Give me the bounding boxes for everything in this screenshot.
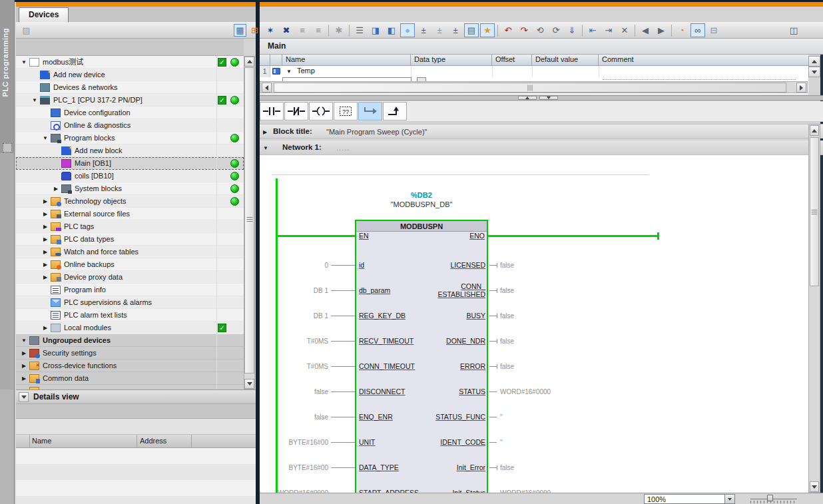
insert-network-icon[interactable]: ✶ xyxy=(263,23,278,37)
output-pin-init-error[interactable]: Init_Error xyxy=(393,463,485,471)
expand-icon[interactable]: ▶ xyxy=(41,195,49,208)
expand-icon[interactable]: ▶ xyxy=(41,246,49,258)
output-actual-value[interactable]: false xyxy=(500,287,514,294)
call-structure-icon[interactable]: ◔ xyxy=(675,23,689,37)
expand-icon[interactable]: ▶ xyxy=(20,372,28,385)
en-pin[interactable]: EN xyxy=(359,232,369,240)
editor-scroll-thumb[interactable] xyxy=(810,137,819,286)
input-actual-value[interactable]: BYTE#16#00 xyxy=(260,464,328,471)
tree-item-plc-1-cpu-317-2-pn-dp[interactable]: ▼PLC_1 [CPU 317-2 PN/DP]✓ xyxy=(16,94,244,107)
tree-item-plc-data-types[interactable]: ▶PLC data types xyxy=(16,233,244,246)
expand-icon[interactable]: ▶ xyxy=(20,360,28,372)
normally-open-contact-button[interactable] xyxy=(260,102,284,121)
tree-item-coils-db10[interactable]: coils [DB10] xyxy=(16,170,244,182)
monitoring-icon[interactable]: ∞ xyxy=(690,23,705,37)
tree-item-ungrouped-devices[interactable]: ▼Ungrouped devices xyxy=(16,334,244,347)
output-pin-licensed[interactable]: LICENSED xyxy=(393,261,485,269)
table-editor-splitter[interactable] xyxy=(260,95,823,101)
collapse-icon[interactable]: ▼ xyxy=(20,334,28,347)
tree-item-security-settings[interactable]: ▶Security settings xyxy=(16,347,244,360)
tree-item-watch-and-force-tables[interactable]: ▶Watch and force tables xyxy=(16,246,244,258)
delete-network-icon[interactable]: ✖ xyxy=(279,23,294,37)
col-data-type[interactable]: Data type xyxy=(411,55,492,66)
output-pin-busy[interactable]: BUSY xyxy=(393,312,485,320)
insert-row-icon[interactable]: ≡ xyxy=(295,23,310,37)
network-collapse-icon[interactable]: ▼ xyxy=(263,145,268,151)
data-lock-icon[interactable]: ⊟ xyxy=(706,23,721,37)
input-actual-value[interactable]: BYTE#16#00 xyxy=(260,439,328,446)
normally-closed-contact-button[interactable] xyxy=(284,102,308,121)
nav-forward-icon[interactable]: ▶ xyxy=(654,23,669,37)
cross-ref-icon[interactable]: ✕ xyxy=(617,23,632,37)
tree-scroll-down-button[interactable] xyxy=(244,379,254,389)
operand-menu-3-icon[interactable]: ± xyxy=(448,23,463,37)
col-name[interactable]: Name xyxy=(282,55,411,66)
splitter-collapse-up-button[interactable] xyxy=(518,96,537,100)
expand-icon[interactable]: ▶ xyxy=(41,258,49,271)
tree-item-add-new-block[interactable]: Add new block xyxy=(16,144,244,157)
open-branch-button[interactable] xyxy=(358,102,382,121)
download-icon[interactable]: ⇓ xyxy=(565,23,579,37)
zoom-slider-thumb[interactable] xyxy=(767,495,773,501)
tree-scroll-thumb[interactable] xyxy=(244,67,254,374)
insert-row-below-icon[interactable]: ≡ xyxy=(311,23,326,37)
temp-row-label[interactable]: Temp xyxy=(297,67,315,75)
details-col-address[interactable]: Address xyxy=(140,437,166,445)
output-pin-done-ndr[interactable]: DONE_NDR xyxy=(393,337,485,345)
eno-pin[interactable]: ENO xyxy=(421,232,485,240)
tree-item-system-blocks[interactable]: ▶System blocks xyxy=(16,182,244,195)
temp-expand-icon[interactable]: ▼ xyxy=(286,69,292,75)
details-collapse-icon[interactable] xyxy=(19,392,29,402)
output-actual-value[interactable]: false xyxy=(500,262,514,269)
tree-item-add-new-device[interactable]: Add new device xyxy=(16,69,244,81)
expand-icon[interactable]: ▶ xyxy=(20,385,28,389)
output-pin-error[interactable]: ERROR xyxy=(393,362,485,370)
output-actual-value[interactable]: false xyxy=(500,363,514,370)
comments-toggle-icon[interactable]: ● xyxy=(400,23,415,37)
input-actual-value[interactable]: DB 1 xyxy=(260,312,328,320)
block-title-expand-icon[interactable]: ▶ xyxy=(263,129,267,135)
tree-item-cross-device-functions[interactable]: ▶Cross-device functions xyxy=(16,360,244,372)
expand-icon[interactable]: ▶ xyxy=(52,182,60,195)
collapse-icon[interactable]: ▼ xyxy=(31,94,39,107)
table-scroll-right-button[interactable] xyxy=(796,83,806,93)
col-offset[interactable]: Offset xyxy=(492,55,532,66)
nav-back-icon[interactable]: ◀ xyxy=(638,23,653,37)
empty-box-button[interactable]: ?? xyxy=(334,102,358,121)
collapse-icon[interactable]: ▼ xyxy=(20,56,28,69)
input-pin-db-param[interactable]: db_param xyxy=(359,286,390,294)
network-comments-icon[interactable]: ▤ xyxy=(464,23,479,37)
instance-db-name[interactable]: "MODBUSPN_DB" xyxy=(342,200,501,208)
col-comment[interactable]: Comment xyxy=(599,55,808,66)
filter-icon[interactable]: ▨ xyxy=(20,24,33,37)
block-title-value[interactable]: "Main Program Sweep (Cycle)" xyxy=(326,128,427,136)
split-editor-icon[interactable]: ◫ xyxy=(786,23,801,37)
usage-icon[interactable]: ⇥ xyxy=(601,23,616,37)
output-actual-value[interactable]: false xyxy=(500,464,514,471)
output-actual-value[interactable]: '' xyxy=(500,413,503,421)
keep-actual-values-icon[interactable]: ✱ xyxy=(332,23,346,37)
details-col-name[interactable]: Name xyxy=(32,437,51,445)
expand-icon[interactable]: ▶ xyxy=(41,322,49,334)
update-calls-icon[interactable]: ⟲ xyxy=(533,23,547,37)
input-actual-value[interactable]: false xyxy=(260,413,328,421)
network-canvas[interactable]: %DB2 "MODBUSPN_DB" MODBUSPN EN ENO 0idLI… xyxy=(260,155,808,493)
expand-icon[interactable]: ▶ xyxy=(41,208,49,220)
tree-scroll-up-button[interactable] xyxy=(244,57,254,67)
editor-vscrollbar[interactable] xyxy=(808,124,820,493)
collapse-icon[interactable]: ▼ xyxy=(41,132,49,144)
input-actual-value[interactable]: 0 xyxy=(260,262,328,269)
next-error-icon[interactable]: ↷ xyxy=(517,23,531,37)
input-pin-id[interactable]: id xyxy=(359,261,364,269)
tree-item-local-modules[interactable]: ▶Local modules✓ xyxy=(16,322,244,334)
input-actual-value[interactable]: false xyxy=(260,388,328,395)
tree-item-main-ob1[interactable]: Main [OB1] xyxy=(16,157,244,170)
tree-item-row[interactable]: ▶ xyxy=(16,385,244,389)
tree-item-common-data[interactable]: ▶Common data xyxy=(16,372,244,385)
output-actual-value[interactable]: WORD#16#0000 xyxy=(500,388,551,395)
zoom-combobox[interactable]: 100% xyxy=(644,494,735,504)
tree-item-plc-tags[interactable]: ▶PLC tags xyxy=(16,220,244,233)
expand-icon[interactable]: ▶ xyxy=(41,271,49,284)
col-default-value[interactable]: Default value xyxy=(532,55,599,66)
expand-icon[interactable]: ▶ xyxy=(41,233,49,246)
